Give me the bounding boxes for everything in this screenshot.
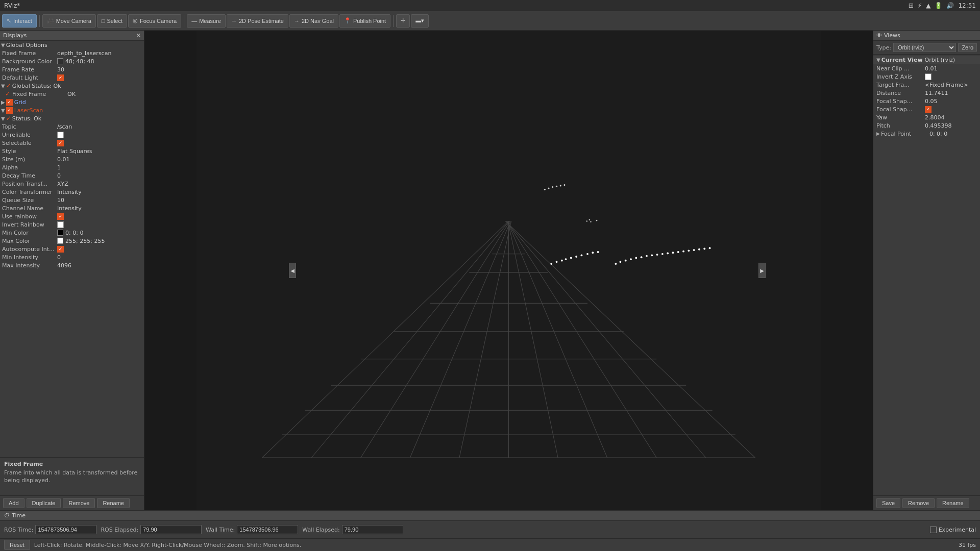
background-color-swatch[interactable] (57, 58, 63, 64)
views-type-row: Type: Orbit (rviz) Zero (873, 41, 980, 55)
frame-rate-label: Frame Rate (1, 66, 57, 73)
use-rainbow-row[interactable]: Use rainbow ✓ (0, 212, 144, 220)
views-remove-button[interactable]: Remove (902, 498, 935, 508)
viewport[interactable]: ◀ ▶ (144, 31, 873, 510)
min-color-row[interactable]: Min Color 0; 0; 0 (0, 229, 144, 237)
displays-close-icon[interactable]: ✕ (136, 32, 141, 39)
current-view-name: Orbit (rviz) (925, 57, 955, 63)
views-rename-button[interactable]: Rename (937, 498, 969, 508)
invert-rainbow-checkbox[interactable] (57, 221, 64, 228)
invert-z-row[interactable]: Invert Z Axis (873, 72, 980, 81)
autocompute-label: Autocompute Int... (1, 246, 57, 253)
add-button[interactable]: Add (3, 498, 24, 508)
svg-point-31 (615, 263, 617, 265)
svg-point-22 (556, 261, 558, 263)
status-ok-row[interactable]: ▼ ✓ Status: Ok (0, 114, 144, 122)
focal-point-row[interactable]: ▶ Focal Point 0; 0; 0 (873, 130, 980, 138)
grid-checkbox[interactable]: ✓ (6, 99, 13, 106)
wall-time-input[interactable] (237, 525, 298, 534)
default-light-checkbox[interactable]: ✓ (57, 74, 64, 81)
select-button[interactable]: □ Select (97, 14, 127, 28)
max-intensity-row[interactable]: Max Intensity 4096 (0, 261, 144, 269)
measure-button[interactable]: — Measure (187, 14, 226, 28)
rename-display-button[interactable]: Rename (97, 498, 130, 508)
style-value: Flat Squares (57, 148, 143, 155)
move-camera-button[interactable]: 🎥 Move Camera (42, 14, 96, 28)
grid-row[interactable]: ▶ ✓ Grid (0, 98, 144, 106)
channel-name-row[interactable]: Channel Name Intensity (0, 204, 144, 212)
global-status-row[interactable]: ▼ ✓ Global Status: Ok (0, 82, 144, 90)
size-row[interactable]: Size (m) 0.01 (0, 155, 144, 163)
unreliable-row[interactable]: Unreliable (0, 131, 144, 139)
focal-point-value: 0; 0; 0 (929, 131, 947, 137)
focal-shape1-row[interactable]: Focal Shap... 0.05 (873, 97, 980, 105)
status-label: Status: Ok (12, 115, 41, 122)
style-row[interactable]: Style Flat Squares (0, 147, 144, 155)
position-transformer-row[interactable]: Position Transf... XYZ (0, 180, 144, 188)
interact-button[interactable]: ↖ Interact (2, 14, 37, 28)
min-color-swatch[interactable] (57, 230, 63, 236)
publish-point-button[interactable]: 📍 Publish Point (339, 14, 390, 28)
global-status-fixed-frame-row[interactable]: ✓ Fixed Frame OK (0, 90, 144, 98)
views-icon: 👁 (876, 32, 882, 39)
nav-goal-button[interactable]: → 2D Nav Goal (289, 14, 338, 28)
alpha-row[interactable]: Alpha 1 (0, 163, 144, 171)
laserscan-row[interactable]: ▼ ✓ LaserScan (0, 106, 144, 114)
move-camera-icon: 🎥 (47, 17, 54, 24)
min-intensity-row[interactable]: Min Intensity 0 (0, 253, 144, 261)
target-frame-label: Target Fra... (876, 82, 925, 88)
focal-shape2-checkbox[interactable]: ✓ (925, 106, 932, 113)
ros-time-input[interactable] (35, 525, 96, 534)
svg-point-23 (561, 260, 563, 262)
max-color-swatch[interactable] (57, 238, 63, 244)
ros-elapsed-input[interactable] (140, 525, 202, 534)
autocompute-checkbox[interactable]: ✓ (57, 246, 64, 253)
laserscan-checkbox[interactable]: ✓ (6, 107, 13, 114)
frame-rate-row[interactable]: Frame Rate 30 (0, 65, 144, 73)
views-title: Views (884, 32, 900, 39)
global-options-row[interactable]: ▼ Global Options (0, 41, 144, 49)
laserscan-label: LaserScan (14, 107, 43, 114)
autocompute-row[interactable]: Autocompute Int... ✓ (0, 245, 144, 253)
invert-rainbow-row[interactable]: Invert Rainbow (0, 220, 144, 229)
experimental-checkbox[interactable] (930, 527, 937, 533)
near-clip-row[interactable]: Near Clip ... 0.01 (873, 64, 980, 72)
unreliable-checkbox[interactable] (57, 132, 64, 138)
default-light-row[interactable]: Default Light ✓ (0, 73, 144, 82)
extra-tools-button[interactable]: ✛ (396, 14, 410, 28)
max-color-row[interactable]: Max Color 255; 255; 255 (0, 237, 144, 245)
nav-goal-icon: → (294, 18, 300, 24)
focal-shape2-row[interactable]: Focal Shap... ✓ (873, 105, 980, 113)
distance-row[interactable]: Distance 11.7411 (873, 89, 980, 97)
collapse-left-button[interactable]: ◀ (289, 263, 296, 278)
invert-rainbow-label: Invert Rainbow (1, 221, 57, 228)
toolbar-more-button[interactable]: ▬▾ (411, 14, 429, 28)
fixed-frame-row[interactable]: Fixed Frame depth_to_laserscan (0, 49, 144, 57)
reset-button[interactable]: Reset (4, 540, 30, 550)
topic-row[interactable]: Topic /scan (0, 122, 144, 131)
background-color-row[interactable]: Background Color 48; 48; 48 (0, 57, 144, 65)
duplicate-button[interactable]: Duplicate (27, 498, 61, 508)
color-transformer-row[interactable]: Color Transformer Intensity (0, 188, 144, 196)
unreliable-label: Unreliable (1, 132, 57, 138)
queue-size-row[interactable]: Queue Size 10 (0, 196, 144, 204)
invert-z-checkbox[interactable] (925, 73, 932, 80)
use-rainbow-label: Use rainbow (1, 213, 57, 220)
pose-estimate-button[interactable]: → 2D Pose Estimate (227, 14, 288, 28)
decay-time-row[interactable]: Decay Time 0 (0, 171, 144, 180)
views-type-select[interactable]: Orbit (rviz) (893, 43, 956, 52)
focus-camera-button[interactable]: ◎ Focus Camera (128, 14, 181, 28)
yaw-row[interactable]: Yaw 2.8004 (873, 113, 980, 121)
selectable-row[interactable]: Selectable ✓ (0, 139, 144, 147)
pitch-row[interactable]: Pitch 0.495398 (873, 121, 980, 130)
views-zero-button[interactable]: Zero (958, 43, 977, 52)
remove-display-button[interactable]: Remove (63, 498, 95, 508)
fixed-frame-label: Fixed Frame (1, 50, 57, 57)
target-frame-row[interactable]: Target Fra... <Fixed Frame> (873, 81, 980, 89)
channel-name-value: Intensity (57, 205, 143, 212)
views-save-button[interactable]: Save (876, 498, 900, 508)
wall-elapsed-input[interactable] (342, 525, 403, 534)
use-rainbow-checkbox[interactable]: ✓ (57, 213, 64, 220)
selectable-checkbox[interactable]: ✓ (57, 140, 64, 146)
collapse-right-button[interactable]: ▶ (758, 263, 766, 278)
